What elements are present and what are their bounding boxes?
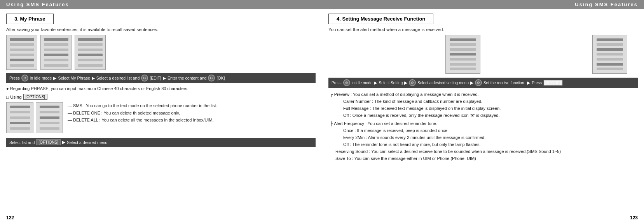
select-options-btn: [OPTIONS] xyxy=(36,139,61,145)
page-num-left: 122 xyxy=(6,215,14,221)
phone-img-1 xyxy=(6,35,37,70)
nav-btn-ok: ⊙ xyxy=(208,75,215,82)
nav-btn-right-3: ⊙ xyxy=(475,79,482,86)
section-title-left: 3. My Phrase xyxy=(6,14,54,24)
preview-full: Full Message : The received text message… xyxy=(338,105,638,112)
option-delete-one: DELETE ONE : You can delete th seleted m… xyxy=(68,109,217,117)
right-phone-images xyxy=(328,35,638,74)
alert-label: ├ Alert Frequency : You can set a desire… xyxy=(330,120,638,127)
tree-container: ┌ Preview : You can set a method of disp… xyxy=(330,91,638,162)
store-btn: [STORE] xyxy=(543,80,563,86)
left-section: 3. My Phrase After saving your favorite … xyxy=(0,9,322,223)
alert-2min: Every 2Min : Alarm sounds every 2 minute… xyxy=(338,134,638,141)
receiving-sound: Receiving Sound : You can select a desir… xyxy=(330,148,638,155)
right-phone-1 xyxy=(445,35,480,74)
select-bar: Select list and [OPTIONS] ▶ Select a des… xyxy=(6,138,316,147)
intro-text-left: After saving your favorite sentences, it… xyxy=(6,27,316,32)
phone-images-left xyxy=(6,35,316,70)
small-phone-1 xyxy=(6,102,33,133)
option-sms: SMS : You can go to the text mode on the… xyxy=(68,102,217,109)
nav-btn-right: ⊙ xyxy=(343,79,350,86)
alert-off: Off : The reminder tone is not heard any… xyxy=(338,141,638,148)
instruction-bar-left: Press ⊙ in idle mode ▶ Select My Phrase … xyxy=(6,73,316,83)
bullet-text: Regarding PHRASE, you can input maximum … xyxy=(6,86,316,91)
small-phone-2 xyxy=(36,102,63,133)
intro-text-right: You can set the alert method when a mess… xyxy=(328,27,638,32)
nav-btn-left: ⊙ xyxy=(21,75,28,82)
page-header: Using SMS Features Using SMS Features xyxy=(0,0,644,9)
header-left-title: Using SMS Features xyxy=(6,2,69,7)
nav-btn-edit: ⊙ xyxy=(141,75,148,82)
option-lines: SMS : You can go to the text mode on the… xyxy=(6,102,316,135)
preview-off: Off : Once a message is received, only t… xyxy=(338,112,638,119)
instruction-bar-right: Press ⊙ in idle mode ▶ Select Setting ▶ … xyxy=(328,78,638,88)
small-phones xyxy=(6,102,63,133)
right-section: 4. Setting Message Receive Function You … xyxy=(322,9,644,223)
option-delete-all: DELETE ALL : You can delete all the mess… xyxy=(68,116,217,124)
section-title-right: 4. Setting Message Receive Function xyxy=(328,14,433,24)
phone-img-2 xyxy=(40,35,72,70)
phone-img-3 xyxy=(75,35,106,70)
preview-caller: Caller Number : The kind of message and … xyxy=(338,98,638,105)
alert-once: Once : If a message is received, beep is… xyxy=(338,127,638,134)
header-right-title: Using SMS Features xyxy=(575,2,638,7)
right-phone-2 xyxy=(592,35,627,74)
option-list: SMS : You can go to the text mode on the… xyxy=(68,102,217,135)
options-header: □ Using [OPTIONS] xyxy=(6,94,316,100)
options-btn-label: [OPTIONS] xyxy=(23,94,48,100)
page-num-right: 123 xyxy=(630,215,638,221)
preview-label: ┌ Preview : You can set a method of disp… xyxy=(330,91,638,98)
press-label: Press xyxy=(9,76,20,80)
nav-btn-right-2: ⊙ xyxy=(409,79,416,86)
save-to: Save To : You can save the message eithe… xyxy=(330,155,638,162)
